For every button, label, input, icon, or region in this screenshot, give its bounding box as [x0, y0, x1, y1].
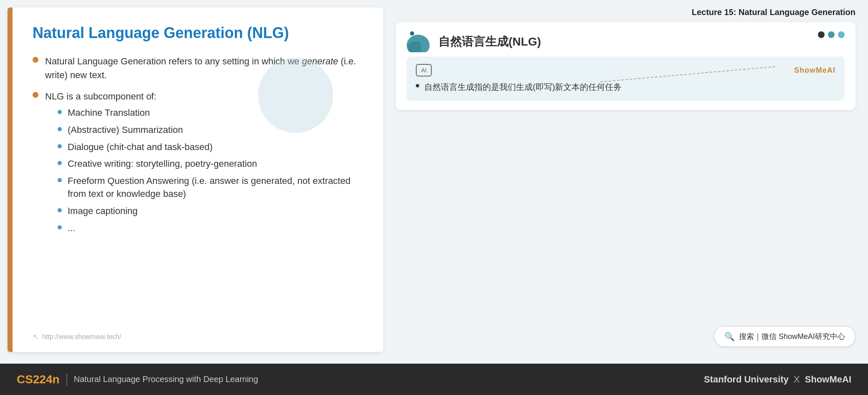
search-bar[interactable]: 🔍 搜索｜微信 ShowMeAI研究中心 — [714, 326, 855, 347]
url-text: http://www.showmeai.tech/ — [42, 333, 121, 341]
sub-bullet-text-7: ... — [68, 222, 75, 235]
search-text: 搜索｜微信 ShowMeAI研究中心 — [739, 331, 845, 341]
slide-title: Natural Language Generation (NLG) — [33, 24, 362, 42]
showmeai-label: ShowMeAI — [794, 66, 835, 75]
translation-bullet: 自然语言生成指的是我们生成(即写)新文本的任何任务 — [416, 81, 835, 93]
lecture-title: Lecture 15: Natural Language Generation — [396, 0, 855, 22]
sub-bullet-text-3: Dialogue (chit-chat and task-based) — [68, 141, 213, 154]
sub-dot-2 — [58, 127, 62, 131]
sub-bullet-text-5: Freeform Question Answering (i.e. answer… — [68, 175, 362, 201]
university-name: Stanford University — [704, 374, 789, 385]
sub-bullet-5: Freeform Question Answering (i.e. answer… — [58, 175, 362, 201]
translation-box: AI ShowMeAI 自然语言生成指的是我们生成(即写)新文本的任何任务 — [407, 56, 845, 101]
nlg-card: 自然语言生成(NLG) AI ShowMeAI 自然语言生成指的是我们生成(即写… — [396, 22, 855, 110]
circle-decoration — [258, 58, 333, 133]
sub-dot-3 — [58, 144, 62, 148]
translation-text: 自然语言生成指的是我们生成(即写)新文本的任何任务 — [424, 81, 622, 93]
sub-bullet-text-6: Image captioning — [68, 205, 138, 218]
ai-icon: AI — [416, 64, 432, 76]
brand-name: ShowMeAI — [805, 374, 851, 385]
bullet-dot-2 — [33, 92, 38, 98]
icon-wave — [407, 35, 430, 52]
bottom-bar: CS224n Natural Language Processing with … — [0, 364, 868, 395]
sub-dot-4 — [58, 161, 62, 165]
sub-dot-1 — [58, 110, 62, 114]
cursor-icon: ↖ — [33, 332, 39, 341]
nav-dot-2 — [828, 31, 835, 38]
nav-dot-3 — [838, 31, 845, 38]
bar-separator — [66, 373, 67, 386]
course-name: Natural Language Processing with Deep Le… — [74, 375, 258, 384]
nlg-chinese-title: 自然语言生成(NLG) — [438, 34, 541, 50]
bottom-left: CS224n Natural Language Processing with … — [17, 373, 258, 386]
x-label: X — [794, 374, 800, 385]
translation-header: AI ShowMeAI — [416, 64, 835, 76]
search-icon: 🔍 — [724, 331, 735, 341]
right-panel: Lecture 15: Natural Language Generation … — [383, 0, 868, 359]
icon-dot — [410, 31, 414, 36]
nlg-card-header: 自然语言生成(NLG) — [407, 31, 845, 52]
sub-bullet-6: Image captioning — [58, 205, 362, 218]
sub-bullet-3: Dialogue (chit-chat and task-based) — [58, 141, 362, 154]
nav-dots — [818, 31, 845, 38]
nav-dot-1 — [818, 31, 825, 38]
sub-bullet-4: Creative writing: storytelling, poetry-g… — [58, 158, 362, 171]
sub-bullet-7: ... — [58, 222, 362, 235]
sub-bullet-text-2: (Abstractive) Summarization — [68, 124, 183, 137]
sub-dot-5 — [58, 178, 62, 182]
trans-dot — [416, 84, 419, 87]
sub-dot-6 — [58, 208, 62, 212]
course-code: CS224n — [17, 373, 60, 386]
icon-wave-inner — [408, 41, 421, 52]
sub-dot-7 — [58, 225, 62, 229]
sub-bullet-text-4: Creative writing: storytelling, poetry-g… — [68, 158, 257, 171]
sub-bullet-text-1: Machine Translation — [68, 107, 150, 120]
nlg-icon — [407, 31, 432, 52]
slide-panel: Natural Language Generation (NLG) Natura… — [8, 8, 383, 352]
bullet-dot-1 — [33, 57, 38, 63]
bottom-right: Stanford University X ShowMeAI — [704, 374, 851, 385]
slide-url: ↖ http://www.showmeai.tech/ — [33, 332, 121, 341]
